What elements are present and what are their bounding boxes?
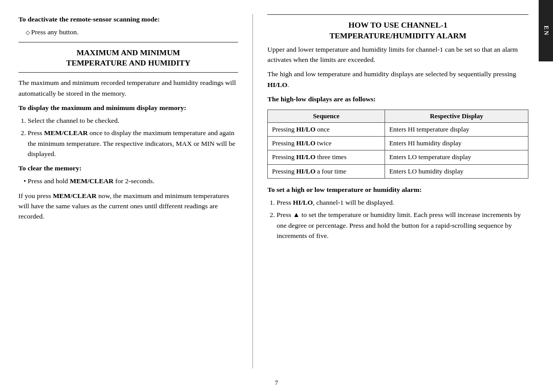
- table-cell-sequence: Pressing HI/LO a four time: [268, 164, 385, 178]
- up-arrow-bold: ▲: [293, 211, 300, 219]
- section1-title-line2: Temperature and Humidity: [66, 58, 190, 67]
- hilo-bold-table: HI/LO: [296, 139, 315, 147]
- table-cell-display: Enters LO temperature display: [385, 150, 528, 164]
- display-step-1: Select the channel to be checked.: [28, 116, 238, 126]
- section2-title: How to Use Channel-1 Temperature/Humidit…: [267, 20, 528, 41]
- hilo-bold-table: HI/LO: [296, 125, 315, 133]
- table-cell-sequence: Pressing HI/LO once: [268, 123, 385, 137]
- table-cell-display: Enters HI temperature display: [385, 123, 528, 137]
- table-heading: The high-low displays are as follows:: [267, 94, 528, 104]
- page-number: 7: [0, 379, 553, 392]
- hilo-bold-table: HI/LO: [296, 153, 315, 161]
- clear-para: If you press MEM/CLEAR now, the maximum …: [18, 191, 238, 222]
- right-column: How to Use Channel-1 Temperature/Humidit…: [253, 14, 528, 368]
- memclear-bold2: MEM/CLEAR: [70, 177, 114, 185]
- table-cell-display: Enters HI humidity display: [385, 137, 528, 150]
- table-cell-display: Enters LO humidity display: [385, 164, 528, 178]
- display-steps: Select the channel to be checked. Press …: [18, 116, 238, 159]
- table-row: Pressing HI/LO a four timeEnters LO humi…: [268, 164, 528, 178]
- alarm-steps: Press HI/LO, channel-1 will be displayed…: [267, 198, 528, 241]
- section1-bottom-rule: [18, 72, 238, 73]
- deactivate-list: Press any button.: [18, 27, 238, 37]
- display-step-2: Press MEM/CLEAR once to display the maxi…: [28, 128, 238, 159]
- memclear-bold1: MEM/CLEAR: [44, 129, 88, 137]
- section2-title-line1: How to Use Channel-1: [348, 20, 447, 29]
- clear-heading: To clear the memory:: [18, 163, 238, 173]
- deactivate-item: Press any button.: [26, 27, 238, 37]
- table-header-row: Sequence Respective Display: [268, 110, 528, 123]
- language-tab: EN: [539, 0, 553, 61]
- table-row: Pressing HI/LO onceEnters HI temperature…: [268, 123, 528, 137]
- table-header-sequence: Sequence: [268, 110, 385, 123]
- table-row: Pressing HI/LO three timesEnters LO temp…: [268, 150, 528, 164]
- table-header-display: Respective Display: [385, 110, 528, 123]
- hilo-bold-step1: HI/LO: [293, 199, 313, 206]
- page-container: To deactivate the remote-sensor scanning…: [0, 0, 553, 392]
- section1-title-line1: Maximum and Minimum: [76, 48, 180, 57]
- alarm-heading: To set a high or low temperature or humi…: [267, 185, 528, 195]
- display-heading: To display the maximum and minimum displ…: [18, 103, 238, 113]
- section1-title: Maximum and Minimum Temperature and Humi…: [18, 48, 238, 69]
- hilo-bold-table: HI/LO: [296, 167, 315, 175]
- clear-bullet: Press and hold MEM/CLEAR for 2-seconds.: [24, 176, 238, 186]
- hilo-table: Sequence Respective Display Pressing HI/…: [267, 110, 528, 179]
- main-content: To deactivate the remote-sensor scanning…: [0, 0, 553, 379]
- right-top-rule: [267, 14, 528, 15]
- section1-intro: The maximum and minimum recorded tempera…: [18, 78, 238, 99]
- alarm-step-2: Press ▲ to set the temperature or humidi…: [276, 210, 528, 241]
- deactivate-heading: To deactivate the remote-sensor scanning…: [18, 14, 238, 25]
- table-cell-sequence: Pressing HI/LO three times: [268, 150, 385, 164]
- left-column: To deactivate the remote-sensor scanning…: [18, 14, 253, 368]
- table-body: Pressing HI/LO onceEnters HI temperature…: [268, 123, 528, 179]
- table-row: Pressing HI/LO twiceEnters HI humidity d…: [268, 137, 528, 150]
- alarm-step-1: Press HI/LO, channel-1 will be displayed…: [276, 198, 528, 208]
- right-intro-1: Upper and lower temperature and humidity…: [267, 45, 528, 66]
- table-cell-sequence: Pressing HI/LO twice: [268, 137, 385, 150]
- memclear-bold3: MEM/CLEAR: [53, 192, 97, 200]
- clear-list: Press and hold MEM/CLEAR for 2-seconds.: [18, 176, 238, 186]
- right-intro-2: The high and low temperature and humidit…: [267, 69, 528, 90]
- section1-top-rule: [18, 42, 238, 42]
- section2-title-line2: Temperature/Humidity Alarm: [329, 31, 466, 40]
- hilo-bold-intro: HI/LO: [267, 81, 287, 89]
